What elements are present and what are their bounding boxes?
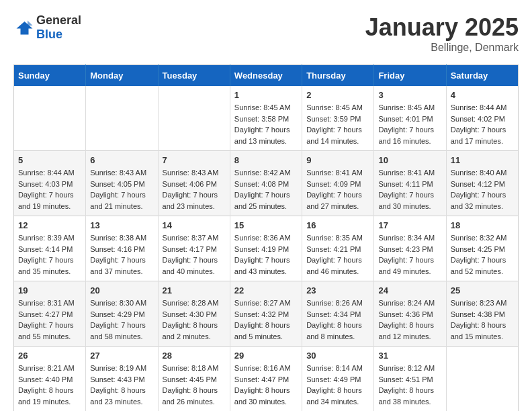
day-info: Sunrise: 8:35 AM Sunset: 4:21 PM Dayligh…	[306, 232, 369, 277]
day-number: 5	[18, 155, 81, 165]
day-number: 22	[234, 285, 298, 295]
day-number: 9	[306, 155, 369, 165]
day-number: 13	[90, 220, 153, 230]
day-cell: 3Sunrise: 8:45 AM Sunset: 4:01 PM Daylig…	[374, 86, 446, 151]
day-cell: 26Sunrise: 8:21 AM Sunset: 4:40 PM Dayli…	[14, 347, 86, 412]
day-number: 27	[90, 351, 153, 361]
day-cell: 4Sunrise: 8:44 AM Sunset: 4:02 PM Daylig…	[446, 86, 518, 151]
day-number: 28	[163, 351, 226, 361]
day-number: 15	[234, 220, 298, 230]
day-info: Sunrise: 8:30 AM Sunset: 4:29 PM Dayligh…	[90, 298, 153, 342]
title-section: January 2025 Bellinge, Denmark	[365, 13, 519, 54]
day-info: Sunrise: 8:31 AM Sunset: 4:27 PM Dayligh…	[18, 298, 81, 342]
day-cell: 29Sunrise: 8:16 AM Sunset: 4:47 PM Dayli…	[230, 347, 302, 412]
day-info: Sunrise: 8:12 AM Sunset: 4:51 PM Dayligh…	[378, 363, 441, 407]
day-cell: 27Sunrise: 8:19 AM Sunset: 4:43 PM Dayli…	[86, 347, 158, 412]
day-info: Sunrise: 8:32 AM Sunset: 4:25 PM Dayligh…	[451, 232, 514, 277]
day-number: 12	[18, 220, 81, 230]
day-info: Sunrise: 8:14 AM Sunset: 4:49 PM Dayligh…	[306, 363, 369, 407]
header-sunday: Sunday	[14, 65, 86, 87]
svg-marker-1	[28, 21, 33, 26]
day-cell	[446, 347, 518, 412]
day-number: 4	[451, 90, 514, 100]
week-row-3: 19Sunrise: 8:31 AM Sunset: 4:27 PM Dayli…	[14, 281, 519, 347]
day-info: Sunrise: 8:24 AM Sunset: 4:36 PM Dayligh…	[378, 298, 441, 342]
week-row-2: 12Sunrise: 8:39 AM Sunset: 4:14 PM Dayli…	[14, 216, 519, 281]
day-number: 18	[451, 220, 514, 230]
day-cell: 12Sunrise: 8:39 AM Sunset: 4:14 PM Dayli…	[14, 216, 86, 281]
week-row-4: 26Sunrise: 8:21 AM Sunset: 4:40 PM Dayli…	[14, 347, 519, 412]
day-cell: 31Sunrise: 8:12 AM Sunset: 4:51 PM Dayli…	[374, 347, 446, 412]
day-cell: 28Sunrise: 8:18 AM Sunset: 4:45 PM Dayli…	[158, 347, 230, 412]
day-cell: 23Sunrise: 8:26 AM Sunset: 4:34 PM Dayli…	[302, 281, 374, 347]
week-row-1: 5Sunrise: 8:44 AM Sunset: 4:03 PM Daylig…	[14, 151, 519, 216]
header-wednesday: Wednesday	[230, 65, 302, 87]
day-cell: 24Sunrise: 8:24 AM Sunset: 4:36 PM Dayli…	[374, 281, 446, 347]
day-number: 2	[306, 90, 369, 100]
day-number: 14	[163, 220, 226, 230]
day-number: 30	[306, 351, 369, 361]
calendar-table: SundayMondayTuesdayWednesdayThursdayFrid…	[13, 64, 519, 411]
day-cell: 20Sunrise: 8:30 AM Sunset: 4:29 PM Dayli…	[86, 281, 158, 347]
day-cell: 13Sunrise: 8:38 AM Sunset: 4:16 PM Dayli…	[86, 216, 158, 281]
logo-icon	[13, 17, 34, 38]
day-info: Sunrise: 8:39 AM Sunset: 4:14 PM Dayligh…	[18, 232, 81, 277]
day-info: Sunrise: 8:38 AM Sunset: 4:16 PM Dayligh…	[90, 232, 153, 277]
day-cell: 14Sunrise: 8:37 AM Sunset: 4:17 PM Dayli…	[158, 216, 230, 281]
day-cell: 15Sunrise: 8:36 AM Sunset: 4:19 PM Dayli…	[230, 216, 302, 281]
day-cell: 18Sunrise: 8:32 AM Sunset: 4:25 PM Dayli…	[446, 216, 518, 281]
day-number: 25	[451, 285, 514, 295]
day-info: Sunrise: 8:45 AM Sunset: 3:59 PM Dayligh…	[306, 102, 369, 146]
day-info: Sunrise: 8:27 AM Sunset: 4:32 PM Dayligh…	[234, 298, 298, 342]
header-tuesday: Tuesday	[158, 65, 230, 87]
day-number: 31	[378, 351, 441, 361]
day-info: Sunrise: 8:19 AM Sunset: 4:43 PM Dayligh…	[90, 363, 153, 407]
day-info: Sunrise: 8:44 AM Sunset: 4:03 PM Dayligh…	[18, 167, 81, 212]
day-cell: 10Sunrise: 8:41 AM Sunset: 4:11 PM Dayli…	[374, 151, 446, 216]
day-cell	[158, 86, 230, 151]
day-number: 7	[163, 155, 226, 165]
logo-blue-text: Blue	[36, 28, 62, 41]
day-number: 1	[234, 90, 298, 100]
day-cell: 30Sunrise: 8:14 AM Sunset: 4:49 PM Dayli…	[302, 347, 374, 412]
day-cell: 21Sunrise: 8:28 AM Sunset: 4:30 PM Dayli…	[158, 281, 230, 347]
calendar-header-row: SundayMondayTuesdayWednesdayThursdayFrid…	[14, 65, 519, 87]
day-info: Sunrise: 8:41 AM Sunset: 4:09 PM Dayligh…	[306, 167, 369, 212]
day-number: 8	[234, 155, 298, 165]
page-header: General Blue January 2025 Bellinge, Denm…	[13, 13, 519, 54]
day-cell: 6Sunrise: 8:43 AM Sunset: 4:05 PM Daylig…	[86, 151, 158, 216]
day-cell	[14, 86, 86, 151]
day-cell: 16Sunrise: 8:35 AM Sunset: 4:21 PM Dayli…	[302, 216, 374, 281]
day-cell	[86, 86, 158, 151]
day-number: 26	[18, 351, 81, 361]
day-number: 21	[163, 285, 226, 295]
day-number: 17	[378, 220, 441, 230]
day-info: Sunrise: 8:40 AM Sunset: 4:12 PM Dayligh…	[451, 167, 514, 212]
day-info: Sunrise: 8:28 AM Sunset: 4:30 PM Dayligh…	[163, 298, 226, 342]
calendar-subtitle: Bellinge, Denmark	[365, 42, 519, 54]
day-cell: 8Sunrise: 8:42 AM Sunset: 4:08 PM Daylig…	[230, 151, 302, 216]
day-info: Sunrise: 8:21 AM Sunset: 4:40 PM Dayligh…	[18, 363, 81, 407]
day-cell: 22Sunrise: 8:27 AM Sunset: 4:32 PM Dayli…	[230, 281, 302, 347]
day-number: 3	[378, 90, 441, 100]
day-info: Sunrise: 8:18 AM Sunset: 4:45 PM Dayligh…	[163, 363, 226, 407]
day-cell: 11Sunrise: 8:40 AM Sunset: 4:12 PM Dayli…	[446, 151, 518, 216]
day-info: Sunrise: 8:43 AM Sunset: 4:05 PM Dayligh…	[90, 167, 153, 212]
day-number: 29	[234, 351, 298, 361]
day-info: Sunrise: 8:41 AM Sunset: 4:11 PM Dayligh…	[378, 167, 441, 212]
logo: General Blue	[13, 13, 81, 42]
day-info: Sunrise: 8:42 AM Sunset: 4:08 PM Dayligh…	[234, 167, 298, 212]
header-monday: Monday	[86, 65, 158, 87]
day-cell: 25Sunrise: 8:23 AM Sunset: 4:38 PM Dayli…	[446, 281, 518, 347]
header-friday: Friday	[374, 65, 446, 87]
calendar-title: January 2025	[365, 13, 519, 42]
day-info: Sunrise: 8:26 AM Sunset: 4:34 PM Dayligh…	[306, 298, 369, 342]
day-number: 23	[306, 285, 369, 295]
day-info: Sunrise: 8:37 AM Sunset: 4:17 PM Dayligh…	[163, 232, 226, 277]
day-cell: 1Sunrise: 8:45 AM Sunset: 3:58 PM Daylig…	[230, 86, 302, 151]
day-info: Sunrise: 8:34 AM Sunset: 4:23 PM Dayligh…	[378, 232, 441, 277]
day-cell: 7Sunrise: 8:43 AM Sunset: 4:06 PM Daylig…	[158, 151, 230, 216]
day-cell: 5Sunrise: 8:44 AM Sunset: 4:03 PM Daylig…	[14, 151, 86, 216]
day-info: Sunrise: 8:45 AM Sunset: 4:01 PM Dayligh…	[378, 102, 441, 146]
day-number: 16	[306, 220, 369, 230]
